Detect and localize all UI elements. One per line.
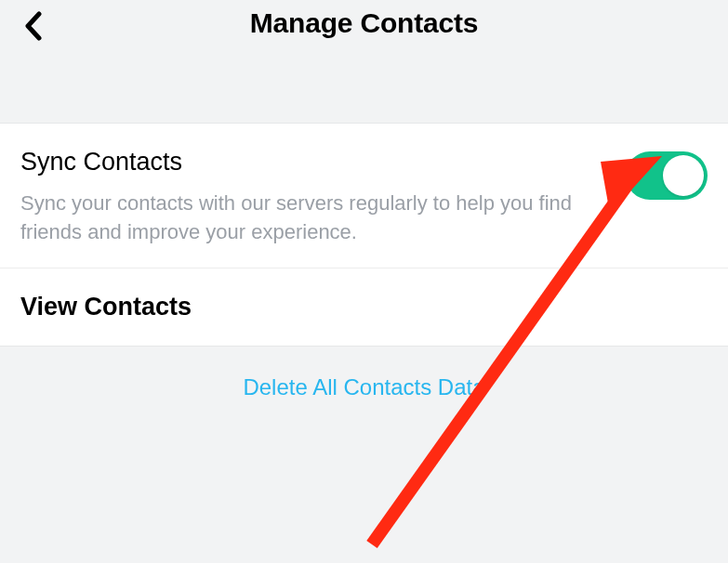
sync-contacts-row: Sync Contacts Sync your contacts with ou… (0, 124, 728, 268)
sync-contacts-title: Sync Contacts (20, 148, 615, 177)
header-gap (0, 61, 728, 123)
sync-contacts-toggle[interactable] (626, 151, 708, 200)
delete-all-contacts-link[interactable]: Delete All Contacts Data (243, 374, 484, 399)
view-contacts-row[interactable]: View Contacts (0, 268, 728, 346)
delete-row: Delete All Contacts Data (0, 347, 728, 428)
chevron-left-icon (23, 11, 44, 41)
sync-text-block: Sync Contacts Sync your contacts with ou… (20, 148, 626, 247)
view-contacts-title: View Contacts (20, 293, 708, 321)
toggle-knob (663, 155, 704, 196)
back-button[interactable] (17, 9, 50, 43)
page-title: Manage Contacts (17, 7, 711, 39)
header: Manage Contacts (0, 0, 728, 61)
sync-contacts-description: Sync your contacts with our servers regu… (20, 190, 615, 247)
settings-section: Sync Contacts Sync your contacts with ou… (0, 123, 728, 347)
